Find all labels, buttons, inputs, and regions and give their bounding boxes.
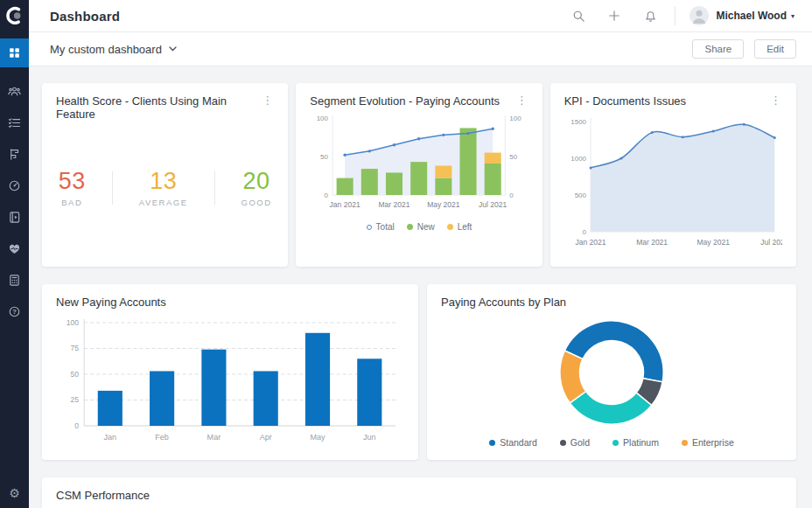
add-button[interactable]: [608, 10, 621, 23]
plans-donut-chart: [551, 312, 672, 433]
legend-item-standard[interactable]: Standard: [489, 437, 537, 448]
svg-text:Mar 2021: Mar 2021: [636, 238, 668, 247]
card-title: KPI - Documents Issues: [564, 94, 686, 108]
card-csm-performance: CSM Performance: [42, 477, 796, 508]
share-button[interactable]: Share: [692, 39, 744, 59]
donut-legend: Standard Gold Platinum Enterprise: [427, 437, 796, 448]
legend-item-left[interactable]: Left: [447, 222, 472, 232]
legend-label: Standard: [500, 437, 537, 448]
tasks-checklist-icon: [8, 116, 21, 129]
svg-text:May 2021: May 2021: [696, 238, 730, 247]
svg-text:Feb: Feb: [155, 433, 169, 442]
svg-text:100: 100: [66, 318, 80, 327]
playbook-icon: [8, 211, 21, 224]
divider: [112, 171, 113, 205]
sidebar-item-tasks[interactable]: [8, 116, 21, 129]
metric-label: AVERAGE: [139, 198, 188, 207]
divider: [214, 171, 215, 205]
svg-text:May: May: [310, 433, 326, 442]
app-logo[interactable]: [0, 0, 29, 31]
svg-text:1000: 1000: [570, 155, 586, 163]
svg-text:Mar 2021: Mar 2021: [379, 200, 410, 209]
sidebar-item-help[interactable]: ?: [8, 305, 21, 318]
customers-icon: [8, 85, 21, 98]
card-title: Segment Evolution - Paying Accounts: [310, 94, 500, 108]
user-caret-icon[interactable]: ▾: [791, 12, 794, 20]
avatar[interactable]: [690, 6, 709, 25]
metric-good: 20 GOOD: [242, 168, 272, 207]
svg-text:May 2021: May 2021: [427, 200, 460, 209]
card-kpi-documents: KPI - Documents Issues ⋮ 050010001500Jan…: [550, 83, 796, 267]
metric-label: GOOD: [242, 198, 272, 207]
svg-text:75: 75: [71, 344, 80, 353]
chevron-down-icon: [169, 46, 177, 52]
search-button[interactable]: [572, 10, 585, 23]
svg-text:Jun: Jun: [363, 433, 376, 442]
sidebar-item-calculations[interactable]: [8, 274, 21, 287]
legend-item-platinum[interactable]: Platinum: [612, 437, 659, 448]
svg-text:Jan 2021: Jan 2021: [330, 200, 360, 209]
legend-label: Enterprise: [692, 437, 734, 448]
chart-legend: Total New Left: [310, 222, 528, 232]
svg-text:Jan 2021: Jan 2021: [575, 238, 606, 247]
sidebar-item-dashboards[interactable]: [0, 38, 29, 67]
card-new-paying-accounts: New Paying Accounts 0255075100JanFebMarA…: [42, 284, 418, 460]
dashboard-toolbar: My custom dashboard Share Edit: [29, 32, 812, 66]
sidebar-item-customers[interactable]: [8, 85, 21, 98]
svg-text:50: 50: [510, 153, 518, 161]
card-segment-evolution: Segment Evolution - Paying Accounts ⋮ 00…: [296, 83, 542, 267]
kebab-menu-icon[interactable]: ⋮: [257, 94, 277, 106]
search-icon: [572, 10, 585, 23]
health-heart-icon: [8, 242, 21, 255]
svg-text:0: 0: [582, 228, 586, 236]
sidebar-item-settings[interactable]: ⚙: [8, 486, 21, 499]
svg-text:Jan: Jan: [104, 433, 117, 442]
edit-button[interactable]: Edit: [754, 39, 796, 59]
legend-marker: [489, 440, 495, 446]
help-icon: ?: [8, 305, 21, 318]
legend-item-enterprise[interactable]: Enterprise: [682, 437, 734, 448]
legend-item-gold[interactable]: Gold: [560, 437, 590, 448]
notifications-button[interactable]: [644, 10, 657, 23]
svg-text:0: 0: [510, 191, 514, 199]
kebab-menu-icon[interactable]: ⋮: [766, 94, 786, 106]
calculator-icon: [8, 274, 21, 287]
legend-label: Total: [376, 222, 395, 232]
card-title: New Paying Accounts: [56, 296, 166, 309]
new-paying-accounts-chart: 0255075100JanFebMarAprMayJun: [56, 312, 404, 450]
hierarchy-icon: [8, 148, 21, 161]
metric-label: BAD: [59, 198, 86, 207]
svg-text:100: 100: [510, 115, 522, 122]
legend-marker: [367, 225, 372, 230]
legend-item-total[interactable]: Total: [367, 222, 395, 232]
plus-icon: [608, 10, 620, 22]
legend-marker: [612, 440, 619, 446]
sidebar-item-health[interactable]: [8, 242, 21, 255]
sidebar-item-playbooks[interactable]: [8, 211, 21, 224]
svg-text:Apr: Apr: [260, 433, 272, 442]
metric-value: 53: [59, 168, 86, 195]
app-header: Dashboard: [29, 0, 812, 32]
user-menu[interactable]: Michael Wood: [717, 10, 787, 22]
svg-text:1500: 1500: [570, 118, 586, 126]
legend-label: Left: [458, 222, 472, 232]
metric-value: 20: [242, 168, 272, 195]
health-metrics: 53 BAD 13 AVERAGE 20 GOOD: [42, 121, 288, 267]
card-paying-accounts-by-plan: Paying Accounts by Plan Standard Gold Pl…: [427, 284, 796, 460]
page-title: Dashboard: [50, 9, 120, 24]
legend-marker: [447, 224, 453, 230]
sidebar-item-goals[interactable]: [8, 179, 21, 192]
legend-label: New: [417, 222, 435, 232]
sidebar-item-journeys[interactable]: [8, 148, 21, 161]
svg-text:25: 25: [71, 396, 80, 405]
legend-label: Gold: [570, 437, 590, 448]
metric-value: 13: [139, 168, 188, 195]
card-title: CSM Performance: [56, 489, 150, 502]
kebab-menu-icon[interactable]: ⋮: [512, 94, 532, 106]
card-health-score: Health Score - Clients Using Main Featur…: [42, 83, 288, 267]
legend-marker: [682, 440, 688, 446]
svg-text:0: 0: [74, 421, 79, 430]
settings-gear-icon: ⚙: [9, 487, 20, 499]
dashboard-selector[interactable]: My custom dashboard: [50, 43, 177, 56]
legend-item-new[interactable]: New: [407, 222, 435, 232]
